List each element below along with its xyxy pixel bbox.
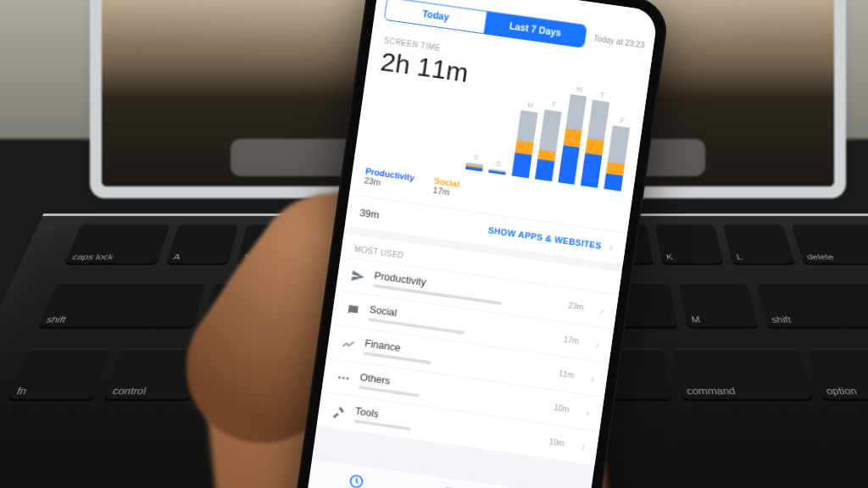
key: command <box>673 348 814 402</box>
chevron-right-icon: › <box>581 440 586 452</box>
chat-icon <box>345 302 361 318</box>
chevron-right-icon: › <box>609 241 614 253</box>
key: M <box>678 282 759 329</box>
chart-day-label: S <box>473 153 479 162</box>
key: L <box>723 224 796 265</box>
phone-screen: Today Last 7 Days Today at 23:23 SCREEN … <box>301 0 658 488</box>
key: shift <box>756 282 868 329</box>
most-used-value: 11m <box>558 369 574 380</box>
legend-social: Social 17m <box>432 176 459 198</box>
most-used-value: 10m <box>548 437 565 448</box>
key: A <box>166 224 239 265</box>
key: shift <box>37 282 205 329</box>
show-apps-button[interactable]: SHOW APPS & WEBSITES <box>487 225 602 251</box>
legend-productivity: Productivity 23m <box>364 166 415 191</box>
tab-limit[interactable]: Limit <box>399 472 498 488</box>
key: K <box>655 224 725 265</box>
chevron-right-icon: › <box>599 303 604 316</box>
chart-bar <box>535 109 561 181</box>
chart-day-label: F <box>620 116 625 125</box>
clock-icon <box>348 472 365 488</box>
chart-bar <box>512 110 538 178</box>
chevron-right-icon: › <box>595 337 600 350</box>
tab-settings[interactable]: Settings <box>492 485 591 488</box>
hammer-icon <box>331 403 347 419</box>
chevron-right-icon: › <box>585 406 590 419</box>
dots-icon <box>336 369 352 385</box>
chart-day-label: T <box>599 91 604 99</box>
chart-day-label: T <box>551 100 556 108</box>
chart-day-label: S <box>496 159 502 168</box>
most-used-value: 10m <box>554 403 570 414</box>
last-updated-label: Today at 23:23 <box>593 34 646 49</box>
reading-value: 39m <box>359 206 381 220</box>
key: fn <box>7 348 112 402</box>
most-used-section: MOST USED Productivity23m›Social17m›Fina… <box>317 234 622 465</box>
chart-bar <box>488 169 506 175</box>
chart-bar <box>465 163 483 172</box>
app-tab-bar: Screen Time Limit Settings <box>307 458 591 488</box>
chart-day-label: W <box>576 86 583 94</box>
screen-time-bar-chart: SSMTWTF <box>465 61 637 194</box>
svg-point-2 <box>347 377 349 380</box>
key: caps lock <box>64 224 170 265</box>
key: option <box>807 348 868 402</box>
svg-point-1 <box>342 376 345 379</box>
key: delete <box>791 224 868 265</box>
tab-screen-time[interactable]: Screen Time <box>307 459 405 488</box>
trend-icon <box>341 336 357 352</box>
chevron-right-icon: › <box>590 372 595 385</box>
paper-plane-icon <box>350 268 366 284</box>
chart-bar <box>604 125 630 191</box>
svg-point-0 <box>338 375 341 378</box>
chart-day-label: M <box>526 101 533 109</box>
most-used-value: 23m <box>568 301 584 312</box>
most-used-value: 17m <box>563 335 579 346</box>
